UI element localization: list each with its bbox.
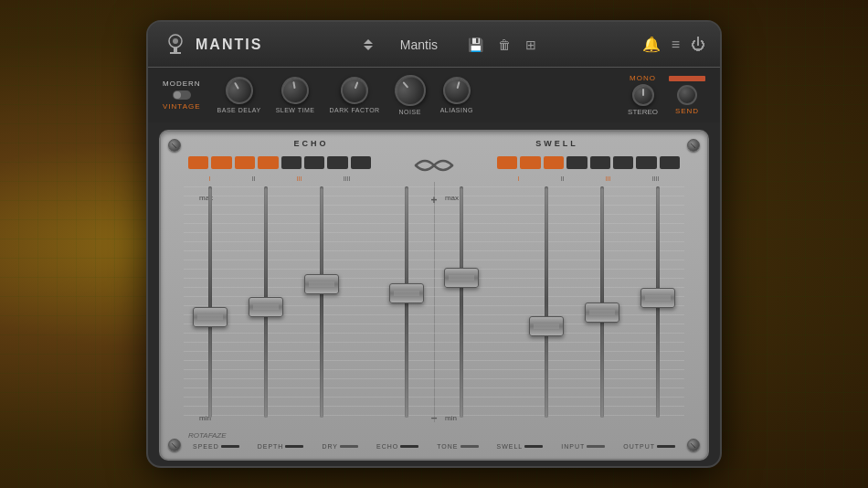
noise-knob[interactable] [388,69,432,112]
send-bar [669,76,705,81]
send-knob[interactable] [677,85,697,105]
toggle-dot [174,91,181,99]
fader-tone-rail [460,186,463,418]
fader-speed-handle[interactable] [193,307,228,327]
noise-group: NOISE [395,75,426,115]
menu-icon[interactable]: ≡ [672,37,680,53]
fader-dry-rail [320,186,323,418]
base-delay-knob[interactable] [220,72,258,110]
ch-depth-dot [285,445,303,448]
echo-meter-3 [235,156,255,169]
ch-tone-label: TONE [437,443,458,450]
aliasing-knob[interactable] [439,74,473,108]
power-icon[interactable]: ⏻ [691,37,705,53]
bell-icon[interactable]: 🔔 [642,36,661,53]
echo-meter-2 [211,156,231,169]
screw-top-right [687,139,700,152]
plugin-window: MANTIS Mantis 💾 🗑 ⊞ 🔔 ≡ ⏻ MODERN [146,20,722,468]
preset-up-button[interactable] [364,39,373,44]
logo-area: MANTIS [163,32,262,58]
swell-tick-3: III [606,175,611,182]
swell-tick-2: II [561,175,565,182]
fader-tone-handle[interactable] [444,268,479,288]
screw-bottom-left [168,439,181,451]
preset-arrows[interactable] [364,39,373,50]
svg-rect-2 [170,52,181,54]
ch-input: INPUT [561,443,605,450]
ch-dry-dot [340,445,358,448]
grid-button[interactable]: ⊞ [522,36,540,54]
swell-meters [497,154,680,172]
fader-echo [379,186,433,418]
rotafaze-label: ROTAFAZE [188,431,684,440]
ch-output: OUTPUT [623,443,675,450]
swell-meter-8 [660,156,680,169]
noise-label: NOISE [399,109,421,115]
swell-meter-4 [566,156,587,169]
ch-echo-dot [400,445,418,448]
echo-section-label: ECHO [188,139,434,148]
fader-dry-handle[interactable] [304,274,339,294]
bottom-labels: ROTAFAZE SPEED DEPTH DRY ECHO [184,431,684,450]
save-button[interactable]: 💾 [464,36,487,54]
delete-button[interactable]: 🗑 [494,36,514,54]
echo-tick-1: I [209,175,211,182]
swell-meter-5 [590,156,610,169]
fader-output [630,186,684,418]
ch-swell-label: SWELL [497,443,524,450]
stereo-label: STEREO [628,108,658,116]
fader-echo-handle[interactable] [389,283,424,303]
dark-factor-group: DARK FACTOR [330,77,380,113]
echo-meter-4 [258,156,278,169]
logo-icon [163,32,188,58]
fader-output-handle[interactable] [640,288,675,308]
main-panel: ECHO SWELL [159,130,709,461]
fader-depth [239,186,293,418]
fader-input [575,186,629,418]
title-center: Mantis 💾 🗑 ⊞ [262,36,641,54]
fader-swell [519,186,573,418]
title-icons: 💾 🗑 ⊞ [464,36,540,54]
vintage-label: VINTAGE [163,102,201,111]
ch-echo-label: ECHO [376,443,398,450]
preset-name: Mantis [382,37,455,52]
swell-meter-7 [636,156,656,169]
ch-dry: DRY [322,443,358,450]
fader-depth-handle[interactable] [249,297,283,317]
fader-dry [295,186,349,418]
ch-tone-dot [460,445,479,448]
slew-time-knob[interactable] [280,75,312,107]
controls-row: MODERN VINTAGE BASE DELAY SLEW TIME DARK… [148,68,720,122]
ch-output-label: OUTPUT [623,443,655,450]
ch-swell: SWELL [497,443,544,450]
fader-input-handle[interactable] [585,302,619,323]
preset-down-button[interactable] [364,46,373,50]
ch-speed-label: SPEED [193,443,219,450]
ch-speed-dot [221,445,239,448]
mono-stereo-knob[interactable] [632,84,654,106]
ch-output-dot [657,445,675,448]
slew-time-label: SLEW TIME [276,107,315,113]
base-delay-group: BASE DELAY [217,77,261,113]
swell-meter-6 [613,156,633,169]
dark-factor-knob[interactable] [337,73,372,108]
fader-tone [435,186,489,418]
swell-tick-1: I [518,175,520,182]
echo-meter-5 [281,156,302,169]
faders-area [184,186,684,418]
echo-tick-4: IIII [344,175,351,182]
mode-switch[interactable] [173,90,191,100]
screw-top-left [168,139,181,152]
ch-input-label: INPUT [561,443,585,450]
fader-swell-handle[interactable] [529,316,564,336]
slew-time-group: SLEW TIME [276,77,315,113]
title-bar: MANTIS Mantis 💾 🗑 ⊞ 🔔 ≡ ⏻ [148,22,720,68]
echo-tick-3: III [297,175,302,182]
echo-meter-1 [188,156,208,169]
mantis-logo-svg [411,152,457,179]
ch-input-dot [587,445,605,448]
mono-stereo-group: MONO STEREO [628,74,658,116]
echo-meter-6 [304,156,324,169]
fader-speed-rail [208,186,212,418]
fader-speed [184,186,238,418]
